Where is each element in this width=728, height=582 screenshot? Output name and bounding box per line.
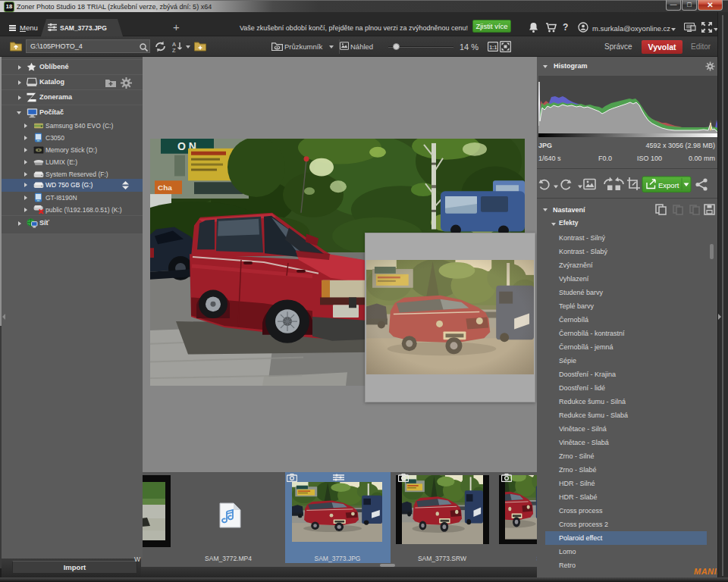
svg-text:Export: Export <box>658 181 679 189</box>
svg-text:Cha: Cha <box>158 183 172 192</box>
svg-text:Z: Z <box>172 47 176 53</box>
svg-text:1:1: 1:1 <box>489 45 497 50</box>
